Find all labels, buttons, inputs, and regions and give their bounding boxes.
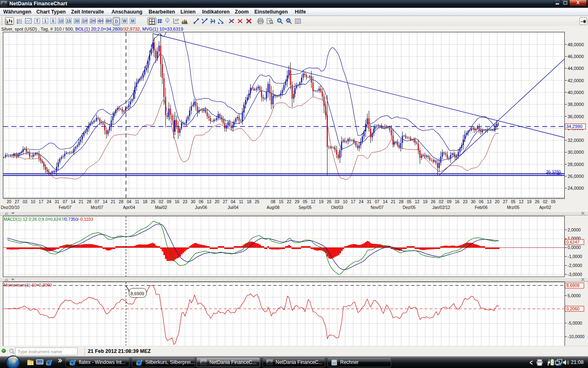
svg-text:14: 14: [71, 200, 76, 204]
svg-text:44,0000: 44,0000: [568, 66, 584, 71]
svg-text:12: 12: [415, 200, 420, 204]
svg-text:19: 19: [319, 200, 324, 204]
svg-text:02: 02: [543, 200, 548, 204]
svg-text:Aug/08: Aug/08: [267, 205, 280, 210]
svg-text:26: 26: [327, 200, 332, 204]
svg-text:12: 12: [519, 200, 524, 204]
svg-text:Apr/04: Apr/04: [123, 205, 135, 210]
svg-text:25: 25: [151, 200, 156, 204]
svg-text:36,0000: 36,0000: [568, 114, 584, 119]
svg-text:Jul/04: Jul/04: [227, 205, 238, 210]
svg-text:MACD(1) 12.0;26.0;9.0=0,6247/0: MACD(1) 12.0;26.0;9.0=0,6247/0,7350/-0,1…: [4, 217, 93, 222]
svg-text:-3,0000: -3,0000: [568, 272, 582, 277]
svg-text:17: 17: [351, 200, 356, 204]
svg-text:0,6247: 0,6247: [566, 240, 579, 245]
svg-text:28: 28: [87, 200, 91, 204]
svg-text:Feb/07: Feb/07: [59, 205, 72, 210]
svg-text:14: 14: [383, 200, 388, 204]
svg-text:26,0548: 26,0548: [547, 172, 562, 176]
svg-text:03: 03: [23, 200, 28, 204]
svg-text:5,0000: 5,0000: [568, 293, 581, 298]
svg-text:Feb/06: Feb/06: [475, 205, 488, 210]
svg-text:24: 24: [47, 200, 51, 204]
svg-text:31: 31: [367, 200, 372, 204]
svg-text:09: 09: [167, 200, 172, 204]
svg-text:24: 24: [359, 200, 364, 204]
svg-text:30: 30: [471, 200, 476, 204]
svg-text:23: 23: [463, 200, 468, 204]
svg-text:18: 18: [143, 200, 148, 204]
svg-text:22: 22: [287, 200, 292, 204]
svg-text:07: 07: [63, 200, 68, 204]
svg-text:28: 28: [399, 200, 404, 204]
svg-text:07: 07: [95, 200, 100, 204]
svg-text:10: 10: [343, 200, 348, 204]
svg-text:28,0000: 28,0000: [568, 162, 584, 167]
svg-text:11: 11: [239, 200, 243, 204]
svg-text:06: 06: [479, 200, 484, 204]
svg-text:Dez/05: Dez/05: [403, 205, 416, 210]
svg-text:18: 18: [247, 200, 252, 204]
svg-text:38,0000: 38,0000: [568, 102, 584, 107]
svg-text:27: 27: [15, 200, 20, 204]
svg-text:Okt/03: Okt/03: [331, 205, 343, 210]
svg-text:26: 26: [535, 200, 540, 204]
svg-text:0,0000: 0,0000: [568, 245, 581, 250]
svg-text:40,0000: 40,0000: [568, 90, 584, 95]
svg-text:08: 08: [271, 200, 276, 204]
svg-text:8,6909: 8,6909: [566, 283, 579, 288]
svg-text:Jan/02/12: Jan/02/12: [432, 205, 450, 210]
svg-text:Sep/05: Sep/05: [298, 205, 312, 210]
svg-text:26: 26: [431, 200, 436, 204]
svg-text:13: 13: [207, 200, 212, 204]
svg-text:34,2990: 34,2990: [566, 124, 583, 129]
svg-text:09: 09: [551, 200, 556, 204]
svg-text:05: 05: [303, 200, 308, 204]
svg-text:21: 21: [79, 200, 84, 204]
svg-text:32,0000: 32,0000: [568, 138, 584, 143]
svg-text:Dez/20/10: Dez/20/10: [1, 205, 20, 210]
svg-text:03: 03: [335, 200, 340, 204]
svg-text:17: 17: [39, 200, 44, 204]
svg-text:19: 19: [423, 200, 428, 204]
svg-text:0,2060: 0,2060: [566, 306, 579, 311]
svg-text:8,6909: 8,6909: [131, 291, 145, 296]
svg-text:02: 02: [159, 200, 164, 204]
svg-text:48,0000: 48,0000: [568, 42, 584, 47]
svg-text:20: 20: [7, 200, 11, 204]
svg-text:Mai/02: Mai/02: [155, 205, 167, 210]
svg-text:24,0000: 24,0000: [568, 186, 584, 191]
svg-text:15: 15: [279, 200, 284, 204]
svg-text:20: 20: [495, 200, 500, 204]
svg-text:Apr/02: Apr/02: [539, 205, 551, 210]
svg-text:26,0000: 26,0000: [568, 174, 584, 179]
svg-text:-10,0000: -10,0000: [568, 334, 585, 339]
svg-text:14: 14: [103, 200, 108, 204]
svg-text:Momentum(1) 10=0,2060: Momentum(1) 10=0,2060: [4, 283, 52, 287]
svg-text:-5,0000: -5,0000: [568, 321, 582, 325]
svg-text:25: 25: [255, 200, 260, 204]
svg-text:13: 13: [487, 200, 492, 204]
svg-text:30,0000: 30,0000: [568, 150, 584, 155]
svg-text:02: 02: [439, 200, 444, 204]
svg-text:27: 27: [223, 200, 228, 204]
svg-text:Nov/07: Nov/07: [371, 205, 384, 210]
svg-text:09: 09: [447, 200, 452, 204]
svg-text:19: 19: [527, 200, 532, 204]
svg-text:20: 20: [215, 200, 220, 204]
svg-text:07: 07: [375, 200, 380, 204]
svg-text:2,0000: 2,0000: [568, 227, 581, 232]
svg-text:27: 27: [503, 200, 508, 204]
svg-text:12: 12: [311, 200, 316, 204]
svg-text:28: 28: [119, 200, 124, 204]
svg-text:16: 16: [455, 200, 460, 204]
svg-text:21: 21: [391, 200, 396, 204]
svg-text:11: 11: [135, 200, 139, 204]
svg-text:10: 10: [31, 200, 36, 204]
svg-text:Mrz/07: Mrz/07: [91, 205, 103, 210]
svg-text:-1,0000: -1,0000: [568, 254, 582, 259]
svg-text:04: 04: [231, 200, 236, 204]
svg-text:16: 16: [175, 200, 180, 204]
svg-text:21: 21: [111, 200, 116, 204]
svg-text:06: 06: [199, 200, 204, 204]
